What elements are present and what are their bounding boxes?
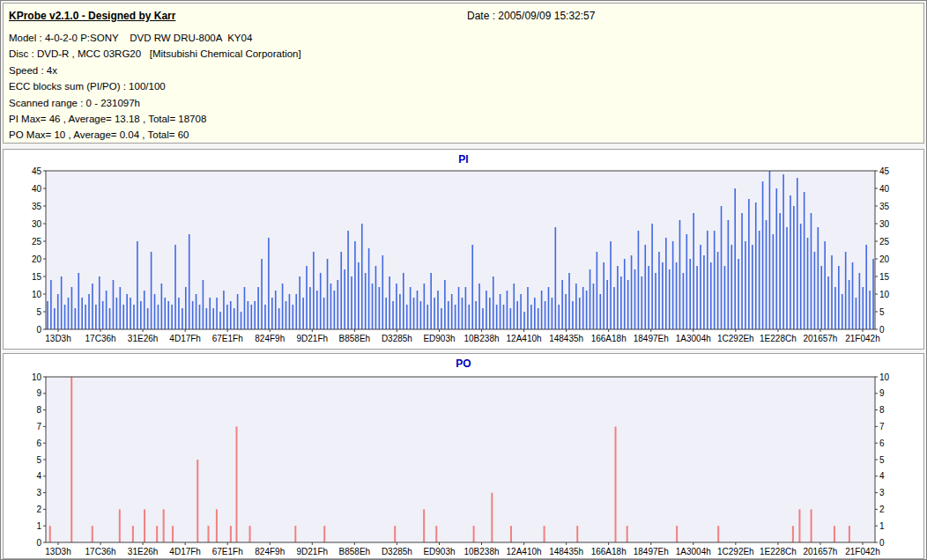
svg-text:13D3h: 13D3h	[45, 334, 70, 343]
svg-text:10: 10	[32, 290, 42, 299]
svg-text:10B238h: 10B238h	[464, 334, 500, 343]
kprobe-window: KProbe v2.1.0 - Designed by Karr Date : …	[0, 0, 927, 560]
svg-text:1A3004h: 1A3004h	[676, 334, 711, 343]
svg-text:ED903h: ED903h	[423, 334, 455, 343]
svg-text:B858Eh: B858Eh	[339, 334, 371, 343]
model-line: Model : 4-0-2-0 P:SONY DVD RW DRU-800A K…	[9, 30, 918, 46]
pi-stats-line: PI Max= 46 , Average= 13.18 , Total= 187…	[9, 111, 918, 127]
app-title: KProbe v2.1.0 - Designed by Karr	[9, 10, 175, 22]
svg-text:4: 4	[36, 471, 41, 481]
svg-text:25: 25	[32, 237, 42, 247]
svg-text:12A410h: 12A410h	[507, 334, 542, 343]
svg-text:7: 7	[879, 422, 885, 431]
svg-text:17C36h: 17C36h	[85, 334, 116, 343]
svg-text:6: 6	[879, 438, 885, 448]
svg-text:201657h: 201657h	[803, 547, 837, 556]
scan-info-lines: Model : 4-0-2-0 P:SONY DVD RW DRU-800A K…	[9, 30, 918, 144]
svg-text:35: 35	[32, 202, 42, 211]
svg-text:18497Eh: 18497Eh	[634, 547, 669, 556]
svg-text:9: 9	[879, 388, 885, 398]
date-label: Date : 2005/09/09 15:32:57	[467, 10, 595, 22]
svg-text:148435h: 148435h	[549, 547, 583, 556]
svg-text:9: 9	[36, 388, 41, 398]
svg-text:21F042h: 21F042h	[845, 334, 879, 343]
svg-text:10: 10	[879, 372, 890, 382]
svg-text:B858Eh: B858Eh	[339, 547, 371, 556]
svg-text:9D21Fh: 9D21Fh	[297, 547, 329, 556]
svg-text:5: 5	[36, 455, 41, 465]
svg-text:13D3h: 13D3h	[45, 547, 70, 556]
svg-text:10: 10	[32, 372, 42, 382]
range-line: Scanned range : 0 - 231097h	[9, 95, 918, 111]
svg-text:8: 8	[879, 405, 885, 415]
svg-text:1E228Ch: 1E228Ch	[760, 334, 797, 343]
svg-text:148435h: 148435h	[549, 334, 583, 343]
svg-text:1E228Ch: 1E228Ch	[760, 547, 797, 556]
speed-line: Speed : 4x	[9, 63, 918, 78]
svg-text:21F042h: 21F042h	[845, 547, 879, 556]
svg-text:4: 4	[879, 471, 885, 481]
svg-text:20: 20	[32, 254, 42, 264]
svg-text:12A410h: 12A410h	[507, 547, 542, 556]
svg-text:166A18h: 166A18h	[591, 334, 627, 343]
svg-text:1: 1	[879, 521, 885, 531]
ecc-line: ECC blocks sum (PI/PO) : 100/100	[9, 78, 918, 94]
svg-text:10B238h: 10B238h	[464, 547, 500, 556]
svg-text:7: 7	[36, 422, 41, 431]
svg-text:1C292Eh: 1C292Eh	[717, 547, 754, 556]
svg-text:8: 8	[36, 405, 41, 415]
svg-text:15: 15	[32, 272, 42, 282]
svg-text:17C36h: 17C36h	[85, 547, 116, 556]
svg-text:2: 2	[879, 505, 885, 514]
svg-text:45: 45	[32, 166, 42, 176]
svg-text:1C292Eh: 1C292Eh	[717, 334, 754, 343]
svg-text:25: 25	[879, 237, 890, 247]
svg-text:D3285h: D3285h	[382, 547, 412, 556]
svg-text:0: 0	[879, 325, 885, 335]
svg-text:10: 10	[879, 290, 890, 299]
svg-text:67E1Fh: 67E1Fh	[212, 334, 243, 343]
svg-text:9D21Fh: 9D21Fh	[297, 334, 329, 343]
svg-text:31E26h: 31E26h	[128, 334, 158, 343]
svg-text:40: 40	[32, 184, 42, 194]
svg-text:40: 40	[879, 184, 890, 194]
svg-text:4D17Fh: 4D17Fh	[169, 547, 201, 556]
svg-text:824F9h: 824F9h	[255, 334, 285, 343]
disc-line: Disc : DVD-R , MCC 03RG20 [Mitsubishi Ch…	[9, 46, 918, 62]
svg-text:18497Eh: 18497Eh	[634, 334, 669, 343]
svg-text:3: 3	[36, 488, 41, 497]
svg-text:0: 0	[36, 538, 41, 548]
svg-text:1: 1	[36, 521, 41, 531]
po-stats-line: PO Max= 10 , Average= 0.04 , Total= 60	[9, 127, 918, 143]
svg-text:6: 6	[36, 438, 41, 448]
svg-text:3: 3	[879, 488, 885, 497]
svg-text:35: 35	[879, 202, 890, 211]
svg-text:30: 30	[879, 219, 890, 229]
po-chart: 00112233445566778899101013D3h17C36h31E26…	[4, 354, 923, 558]
svg-text:1A3004h: 1A3004h	[676, 547, 711, 556]
svg-text:45: 45	[879, 166, 890, 176]
svg-text:15: 15	[879, 272, 890, 282]
pi-chart-panel: PI 0055101015152020252530303535404045451…	[3, 149, 924, 350]
svg-text:5: 5	[879, 455, 885, 465]
svg-text:201657h: 201657h	[803, 334, 837, 343]
pi-chart: 00551010151520202525303035354040454513D3…	[4, 150, 923, 349]
svg-text:0: 0	[879, 538, 885, 548]
svg-text:0: 0	[36, 325, 41, 335]
svg-text:D3285h: D3285h	[382, 334, 412, 343]
po-chart-panel: PO 00112233445566778899101013D3h17C36h31…	[3, 353, 924, 559]
svg-text:ED903h: ED903h	[423, 547, 455, 556]
svg-text:4D17Fh: 4D17Fh	[169, 334, 201, 343]
svg-text:166A18h: 166A18h	[591, 547, 627, 556]
svg-text:824F9h: 824F9h	[255, 547, 285, 556]
svg-text:5: 5	[879, 307, 885, 317]
svg-text:67E1Fh: 67E1Fh	[212, 547, 243, 556]
svg-text:2: 2	[36, 505, 41, 514]
info-panel: KProbe v2.1.0 - Designed by Karr Date : …	[3, 3, 924, 144]
svg-text:30: 30	[32, 219, 42, 229]
svg-text:20: 20	[879, 254, 890, 264]
svg-text:5: 5	[36, 307, 41, 317]
svg-text:31E26h: 31E26h	[128, 547, 158, 556]
